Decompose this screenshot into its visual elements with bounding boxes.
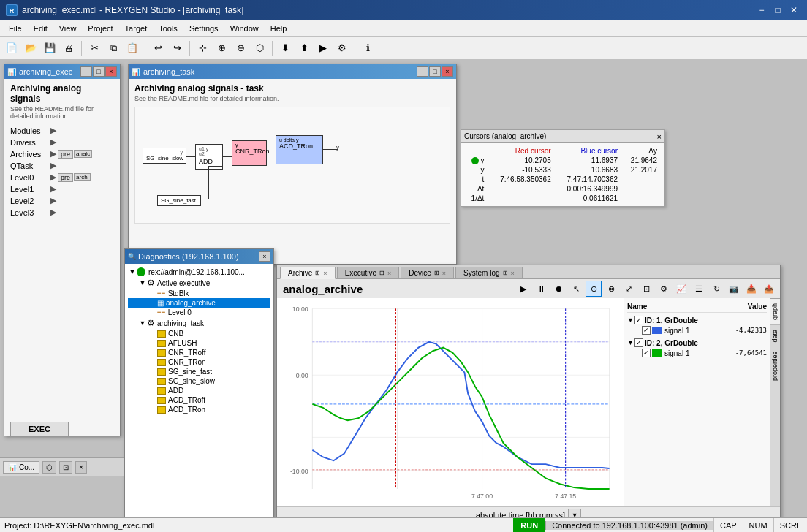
import-button[interactable]: 📥 <box>743 281 759 297</box>
tree-archiving-task[interactable]: ▼ ⚙ archiving_task <box>128 317 270 329</box>
close-button[interactable]: ✕ <box>787 3 801 18</box>
tab-archive[interactable]: Archive ⊞ × <box>280 267 336 279</box>
settings-chart-button[interactable]: ⚙ <box>656 281 672 297</box>
status-scrl: SCRL <box>773 518 807 533</box>
menu-view[interactable]: View <box>53 23 83 34</box>
cursor2-button[interactable]: ⊗ <box>603 281 619 297</box>
list-button[interactable]: ☰ <box>691 281 707 297</box>
menu-target[interactable]: Target <box>119 23 154 34</box>
win-task-close[interactable]: × <box>442 66 453 77</box>
menu-window[interactable]: Window <box>224 23 265 34</box>
side-tab-graph[interactable]: graph <box>770 298 780 324</box>
play-button[interactable]: ▶ <box>515 281 531 297</box>
tree-analog-archive[interactable]: ▦ analog_archive <box>128 298 270 308</box>
help-button[interactable]: ℹ <box>359 39 376 57</box>
download-button[interactable]: ⬇ <box>276 39 294 57</box>
tab-syslog[interactable]: System log ⊞ × <box>455 267 523 278</box>
deploy-button[interactable]: ▶ <box>314 39 332 57</box>
select-button[interactable]: ⊹ <box>194 39 211 57</box>
cursor-r1-red: -10.2705 <box>488 156 555 165</box>
tree-cnr-tron[interactable]: CNR_TRon <box>128 357 270 367</box>
cursor-red-header: Red cursor <box>488 146 555 156</box>
upload-button[interactable]: ⬆ <box>295 39 313 57</box>
refresh-button[interactable]: ↻ <box>708 281 724 297</box>
paste-button[interactable]: 📋 <box>124 39 141 57</box>
tree-level0[interactable]: ≡≡ Level 0 <box>128 308 270 317</box>
menu-file[interactable]: File <box>3 23 28 34</box>
pause-button[interactable]: ⏸ <box>533 281 549 297</box>
taskbar-item-4[interactable]: × <box>75 461 87 474</box>
workspace: 📊 archiving_exec _ □ × Archiving analog … <box>0 60 807 491</box>
undo-button[interactable]: ↩ <box>149 39 167 57</box>
cursor-button[interactable]: ⊕ <box>586 281 602 297</box>
zoom-sel-button[interactable]: ⊡ <box>638 281 654 297</box>
check-sig2-1[interactable]: ✓ <box>642 349 651 357</box>
taskbar-item-2[interactable]: ⬡ <box>42 461 56 474</box>
win-diag-close[interactable]: × <box>259 251 270 262</box>
zoom-fit-button[interactable]: ⤢ <box>621 281 637 297</box>
win-task-maximize[interactable]: □ <box>429 66 441 77</box>
redo-button[interactable]: ↪ <box>168 39 186 57</box>
expand-id2[interactable]: ▼ <box>627 339 634 346</box>
target-button[interactable]: ⚙ <box>333 39 351 57</box>
tab-syslog-close[interactable]: × <box>511 270 515 277</box>
status-num: NUM <box>743 518 773 533</box>
arrow-5 <box>201 199 208 200</box>
tree-aflush[interactable]: AFLUSH <box>128 338 270 348</box>
menu-project[interactable]: Project <box>82 23 118 34</box>
exec-modules: Modules ▶ <box>10 126 114 135</box>
camera-button[interactable]: 📷 <box>726 281 742 297</box>
expand-id1[interactable]: ▼ <box>627 316 634 324</box>
save-button[interactable]: 💾 <box>41 39 58 57</box>
check-sig1-1[interactable]: ✓ <box>642 326 651 335</box>
stop-button[interactable]: ⏺ <box>550 281 567 297</box>
tree-acd-tron[interactable]: ACD_TRon <box>128 405 270 414</box>
win-exec-close[interactable]: × <box>105 66 117 77</box>
menu-settings[interactable]: Settings <box>183 23 224 34</box>
tree-stdblk[interactable]: ≡≡ StdBlk <box>128 289 270 298</box>
win-task-minimize[interactable]: _ <box>417 66 428 77</box>
side-tab-properties[interactable]: properties <box>770 347 780 385</box>
connect-button[interactable]: ⬡ <box>251 39 268 57</box>
tree-add[interactable]: ADD <box>128 386 270 395</box>
menu-edit[interactable]: Edit <box>28 23 53 34</box>
tree-active-exec[interactable]: ▼ ⚙ Active executive <box>128 277 270 289</box>
check-id2[interactable]: ✓ <box>634 338 643 347</box>
tab-archive-close[interactable]: × <box>323 270 327 277</box>
maximize-button[interactable]: □ <box>770 3 785 18</box>
open-button[interactable]: 📂 <box>22 39 39 57</box>
win-exec-minimize[interactable]: _ <box>80 66 92 77</box>
tree-sg-fast[interactable]: SG_sine_fast <box>128 367 270 376</box>
tree-acd-troff[interactable]: ACD_TRoff <box>128 395 270 405</box>
cursor-r2-red: -10.5333 <box>488 165 555 175</box>
taskbar-item-3[interactable]: ⊡ <box>59 461 72 474</box>
tree-sg-slow[interactable]: SG_sine_slow <box>128 376 270 386</box>
taskbar-item-co[interactable]: 📊 Co... <box>3 461 39 474</box>
tab-executive[interactable]: Executive ⊞ × <box>337 267 400 278</box>
cursors-close[interactable]: × <box>657 132 662 141</box>
win-exec-maximize[interactable]: □ <box>93 66 105 77</box>
tab-device[interactable]: Device ⊞ × <box>401 267 454 278</box>
new-button[interactable]: 📄 <box>3 39 20 57</box>
graph-settings-button[interactable]: 📈 <box>673 281 689 297</box>
tab-executive-close[interactable]: × <box>387 270 391 277</box>
cut-button[interactable]: ✂ <box>86 39 103 57</box>
copy-button[interactable]: ⧉ <box>105 39 122 57</box>
zoom-button[interactable]: ⊕ <box>213 39 230 57</box>
tree-cnr-troff[interactable]: CNR_TRoff <box>128 348 270 357</box>
print-button[interactable]: 🖨 <box>60 39 77 57</box>
tree-rex[interactable]: ▼ rex://admin@192.168.1.100... <box>128 267 270 277</box>
win-exec-titlebar: 📊 archiving_exec _ □ × <box>4 64 120 79</box>
minimize-button[interactable]: − <box>754 3 769 18</box>
tab-device-close[interactable]: × <box>442 270 446 277</box>
tree-cnb[interactable]: CNB <box>128 329 270 338</box>
menu-tools[interactable]: Tools <box>153 23 183 34</box>
cursor-r1-blue: 11.6937 <box>556 156 622 165</box>
check-id1[interactable]: ✓ <box>634 316 643 324</box>
signal-id2-1: ✓ signal 1 -7,64541 <box>627 348 767 358</box>
zoom-out-button[interactable]: ⊖ <box>232 39 249 57</box>
menu-help[interactable]: Help <box>265 23 293 34</box>
side-tab-data[interactable]: data <box>770 324 780 347</box>
pointer-button[interactable]: ↖ <box>568 281 584 297</box>
export-button[interactable]: 📤 <box>761 281 777 297</box>
